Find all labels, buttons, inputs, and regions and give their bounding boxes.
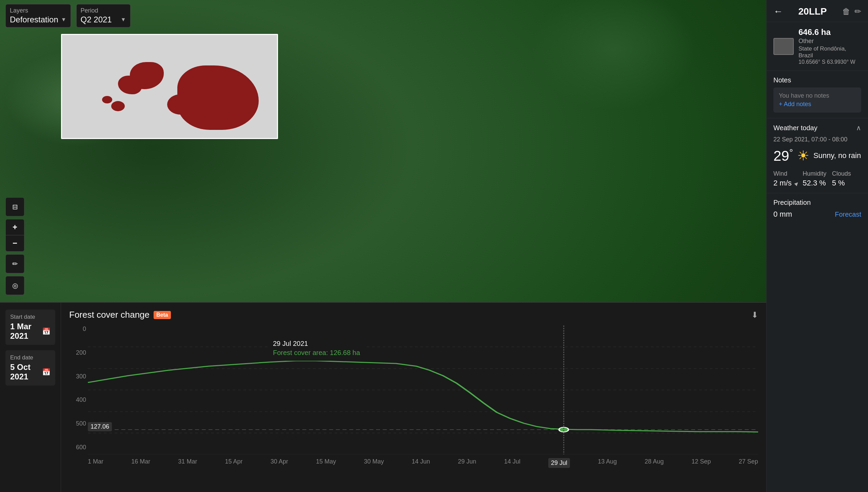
add-notes-button[interactable]: + Add notes [779,101,856,108]
period-value-row: Q2 2021 ▼ [81,15,126,24]
y-label-500: 500 [69,420,86,427]
x-label-14jun: 14 Jun [412,458,430,465]
forecast-link[interactable]: Forecast [835,211,861,218]
weather-section: Weather today ∧ 22 Sep 2021, 07:00 - 08:… [767,118,868,193]
start-date-value-row: 1 Mar 2021 📅 [10,322,51,341]
deforestation-shape-5 [167,94,194,115]
deforestation-shape-4 [102,96,112,103]
draw-tool-button[interactable]: ✏ [5,254,24,273]
weather-header: Weather today ∧ [773,124,861,132]
zoom-control[interactable]: + − [5,219,24,252]
bottom-panel: Start date 1 Mar 2021 📅 End date 5 Oct 2… [0,302,766,492]
y-label-300: 300 [69,373,86,380]
layers-arrow-icon: ▼ [61,17,66,23]
zoom-out-button[interactable]: − [6,235,24,251]
layers-toggle-button[interactable]: ⊟ [5,197,24,216]
tooltip-date: 29 Jul 2021 [273,340,360,348]
y-label-200: 200 [69,349,86,356]
x-label-27sep: 27 Sep [739,458,758,465]
left-tools: ⊟ + − ✏ ◎ [5,197,24,295]
wind-value: 2 m/s ▲ [773,179,803,188]
deforestation-shape-2 [118,76,142,94]
weather-description: Sunny, no rain [813,151,861,160]
start-calendar-icon: 📅 [42,327,51,335]
x-label-30apr: 30 Apr [271,458,288,465]
y-axis: 600 500 400 300 200 0 [69,326,86,454]
period-dropdown[interactable]: Period Q2 2021 ▼ [76,4,131,27]
edit-button[interactable]: ✏ [854,7,861,16]
header-actions: 🗑 ✏ [842,7,861,16]
start-date-field[interactable]: Start date 1 Mar 2021 📅 [5,310,55,345]
back-button[interactable]: ← [773,6,783,17]
notes-title: Notes [773,76,861,84]
tooltip-value: Forest cover area: 126.68 ha [273,349,360,357]
wind-arrow-icon: ▲ [792,179,801,188]
end-date-field[interactable]: End date 5 Oct 2021 📅 [5,350,55,386]
notes-box: You have no notes + Add notes [773,87,861,113]
delete-button[interactable]: 🗑 [842,7,850,16]
property-info: 646.6 ha Other State of Rondônia, Brazil… [767,22,868,71]
layers-toggle-icon: ⊟ [12,203,18,211]
main-container: Layers Deforestation ▼ Period Q2 2021 ▼ … [0,0,868,492]
map-area: Layers Deforestation ▼ Period Q2 2021 ▼ … [0,0,766,492]
location-icon: ◎ [12,281,18,290]
property-thumbnail [773,38,794,55]
end-date-label: End date [10,354,51,361]
y-label-600: 600 [69,444,86,451]
zoom-in-button[interactable]: + [6,219,24,235]
wind-label: Wind [773,170,803,177]
end-calendar-icon: 📅 [42,368,51,376]
weather-main: 29° ☀ Sunny, no rain [773,147,861,164]
x-label-30may: 30 May [364,458,384,465]
weather-title: Weather today [773,124,817,132]
chart-download-button[interactable]: ⬇ [751,310,758,320]
x-axis: 1 Mar 16 Mar 31 Mar 15 Apr 30 Apr 15 May… [88,456,758,468]
precip-value: 0 mm [773,210,792,219]
layers-label: Layers [10,7,66,14]
right-panel: ← 20LLP 🗑 ✏ 646.6 ha Other State of Rond… [766,0,868,492]
property-type: Other [798,38,861,45]
location-button[interactable]: ◎ [5,276,24,295]
x-label-13aug: 13 Aug [598,458,617,465]
chart-area: Forest cover change Beta ⬇ 600 500 400 3… [61,303,766,492]
x-label-29jun: 29 Jun [458,458,476,465]
x-label-12sep: 12 Sep [692,458,711,465]
chart-svg-container: 29 Jul 2021 Forest cover area: 126.68 ha… [88,326,758,454]
property-details: 646.6 ha Other State of Rondônia, Brazil… [798,27,861,65]
humidity-label: Humidity [803,170,832,177]
minimap-inner [62,35,277,138]
beta-badge: Beta [154,311,171,319]
chart-header: Forest cover change Beta ⬇ [69,310,758,320]
property-name: 20LLP [798,6,827,17]
x-label-28aug: 28 Aug [645,458,664,465]
precip-title: Precipitation [773,199,861,206]
weather-details: Wind 2 m/s ▲ Humidity 52.3 % Clouds 5 % [773,170,861,188]
chart-title: Forest cover change [69,310,150,320]
layers-dropdown[interactable]: Layers Deforestation ▼ [5,4,71,27]
property-header: ← 20LLP 🗑 ✏ [767,0,868,22]
temp-unit: ° [789,147,793,158]
layers-value: Deforestation [10,15,58,24]
chart-container: 600 500 400 300 200 0 [69,326,758,468]
humidity-value: 52.3 % [803,179,832,188]
precipitation-section: Precipitation 0 mm Forecast [767,193,868,224]
weather-date: 22 Sep 2021, 07:00 - 08:00 [773,136,861,143]
draw-icon: ✏ [12,260,18,268]
clouds-value: 5 % [832,179,861,188]
property-size: 646.6 ha [798,27,861,37]
clouds-label: Clouds [832,170,861,177]
chart-svg [88,326,758,454]
humidity-col: Humidity 52.3 % [803,170,832,188]
x-label-15apr: 15 Apr [225,458,243,465]
weather-collapse-button[interactable]: ∧ [856,124,861,132]
x-label-15may: 15 May [316,458,336,465]
chart-title-row: Forest cover change Beta [69,310,171,320]
property-coords: 10.6566° S 63.9930° W [798,59,861,65]
temperature-value: 29° [773,147,793,164]
chart-tooltip: 29 Jul 2021 Forest cover area: 126.68 ha [268,336,366,361]
period-arrow-icon: ▼ [121,17,126,23]
toolbar: Layers Deforestation ▼ Period Q2 2021 ▼ [0,0,766,32]
y-marker: 127.06 [88,422,112,431]
start-date-value: 1 Mar 2021 [10,322,42,341]
period-value: Q2 2021 [81,15,112,24]
